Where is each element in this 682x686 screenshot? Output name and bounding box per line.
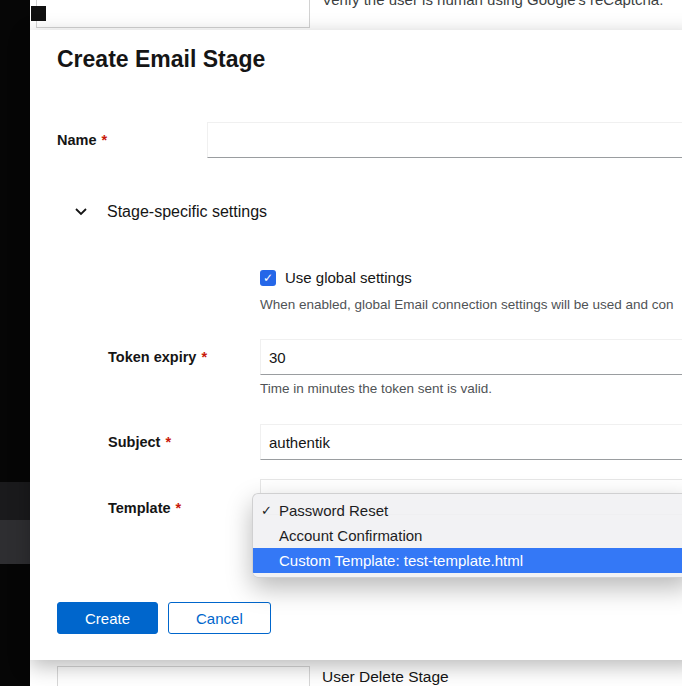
stage-settings-toggle[interactable]: Stage-specific settings xyxy=(75,200,267,224)
template-dropdown-menu: ✓ Password Reset Account Confirmation Cu… xyxy=(252,493,682,578)
checkmark-icon: ✓ xyxy=(261,503,279,518)
subject-input[interactable] xyxy=(260,424,682,460)
background-dark-cell xyxy=(31,6,46,21)
sidebar-fragment xyxy=(0,482,30,520)
name-label: Name* xyxy=(57,122,107,158)
background-table-cell xyxy=(57,666,310,686)
create-email-stage-modal: Create Email Stage Name* Stage-specific … xyxy=(30,30,682,660)
modal-title: Create Email Stage xyxy=(57,46,265,73)
use-global-row: Use global settings xyxy=(260,269,412,286)
token-expiry-input[interactable] xyxy=(260,339,682,375)
create-button[interactable]: Create xyxy=(57,602,158,634)
app-sidebar xyxy=(0,0,30,686)
background-user-delete-stage-text: User Delete Stage xyxy=(322,668,449,686)
modal-actions: Create Cancel xyxy=(57,602,271,634)
stage-settings-label: Stage-specific settings xyxy=(107,203,267,221)
checkbox-check-icon xyxy=(263,271,273,285)
template-label: Template* xyxy=(108,500,181,516)
required-indicator: * xyxy=(165,434,171,450)
use-global-checkbox[interactable] xyxy=(260,270,276,286)
use-global-help-text: When enabled, global Email connection se… xyxy=(260,297,674,312)
required-indicator: * xyxy=(176,500,182,516)
name-input[interactable] xyxy=(207,122,682,158)
menu-item-custom-template[interactable]: Custom Template: test-template.html xyxy=(253,548,682,573)
background-table-fragment xyxy=(36,0,310,28)
token-expiry-label: Token expiry* xyxy=(108,339,207,375)
menu-item-password-reset[interactable]: ✓ Password Reset xyxy=(253,498,682,523)
screen: Verify the user is human using Google's … xyxy=(0,0,682,686)
chevron-down-icon xyxy=(75,208,87,216)
menu-item-account-confirmation[interactable]: Account Confirmation xyxy=(253,523,682,548)
token-expiry-help-text: Time in minutes the token sent is valid. xyxy=(260,381,492,396)
required-indicator: * xyxy=(201,349,207,365)
cancel-button[interactable]: Cancel xyxy=(168,602,271,634)
subject-label: Subject* xyxy=(108,424,171,460)
background-recaptcha-text: Verify the user is human using Google's … xyxy=(322,0,663,8)
sidebar-fragment xyxy=(0,520,30,564)
required-indicator: * xyxy=(102,132,108,148)
use-global-label[interactable]: Use global settings xyxy=(285,269,412,286)
